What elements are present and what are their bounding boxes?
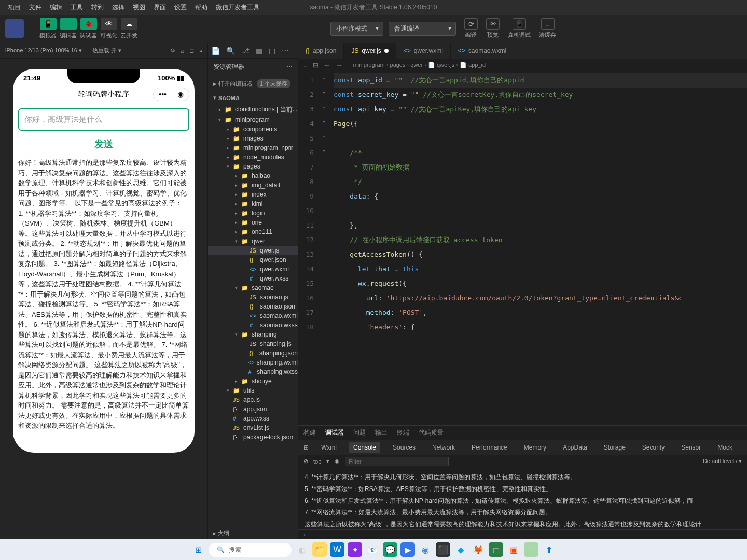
- menu-工具[interactable]: 工具: [66, 3, 87, 12]
- code-editor[interactable]: 123456789101112131415161718 ˅˅˅˅˅˅ const…: [298, 71, 747, 425]
- task-icon[interactable]: ◆: [453, 542, 468, 557]
- btab-构建[interactable]: 构建: [303, 428, 316, 437]
- tree-images[interactable]: ▸📁images: [208, 134, 298, 143]
- task-icon[interactable]: ⬆: [542, 542, 556, 557]
- task-icon[interactable]: 🦊: [471, 542, 486, 557]
- task-icon[interactable]: ◉: [418, 542, 433, 557]
- devtab-Sensor[interactable]: Sensor: [677, 442, 705, 453]
- more-icon[interactable]: ⋯: [282, 47, 289, 55]
- tree-qwer.json[interactable]: {}qwer.json: [208, 255, 298, 264]
- task-icon[interactable]: ▣: [506, 542, 521, 557]
- tree-saomao.wxml[interactable]: <>saomao.wxml: [208, 311, 298, 320]
- refresh-icon[interactable]: ⟳: [171, 47, 175, 54]
- tree-shanping.wxml[interactable]: <>shanping.wxml: [208, 358, 298, 367]
- explorer-more-icon[interactable]: ⋯: [286, 63, 293, 72]
- tree-shouye[interactable]: ▸📁shouye: [208, 376, 298, 386]
- phone-input[interactable]: 你好，高级算法是什么: [18, 108, 189, 131]
- menu-文件[interactable]: 文件: [25, 3, 46, 12]
- tree-pages[interactable]: ▾📁pages: [208, 162, 298, 171]
- taskbar-search[interactable]: 🔍 搜索: [209, 543, 292, 557]
- filter-input[interactable]: [345, 457, 449, 466]
- tool-调试器[interactable]: 🐞调试器: [80, 18, 97, 39]
- tree-components[interactable]: ▸📁components: [208, 124, 298, 134]
- tree-qwer.wxml[interactable]: <>qwer.wxml: [208, 264, 298, 274]
- tree-saomao.wxss[interactable]: #saomao.wxss: [208, 320, 298, 330]
- open-editors-section[interactable]: ▸打开的编辑器 1 个未保存: [208, 76, 298, 91]
- tree-node_modules[interactable]: ▸📁node_modules: [208, 152, 298, 162]
- menu-设置[interactable]: 设置: [170, 3, 191, 12]
- action-清缓存[interactable]: ≡清缓存: [536, 18, 559, 39]
- back-icon[interactable]: ←: [324, 61, 330, 69]
- tree-qwer.wxss[interactable]: #qwer.wxss: [208, 274, 298, 283]
- tree-qwer.js[interactable]: JSqwer.js: [208, 246, 298, 255]
- tree-login[interactable]: ▸📁login: [208, 208, 298, 218]
- task-icon[interactable]: ◻: [489, 542, 503, 557]
- btab-代码质量[interactable]: 代码质量: [419, 428, 444, 437]
- btab-问题[interactable]: 问题: [353, 428, 366, 437]
- start-icon[interactable]: ⊞: [191, 542, 205, 557]
- menu-微信开发者工具[interactable]: 微信开发者工具: [212, 3, 264, 12]
- btab-输出[interactable]: 输出: [375, 428, 388, 437]
- devtab-Storage[interactable]: Storage: [600, 442, 630, 453]
- menu-编辑[interactable]: 编辑: [46, 3, 66, 12]
- tab-saomao.wxml[interactable]: <>saomao.wxml: [451, 43, 514, 59]
- tool-云开发[interactable]: ☁云开发: [120, 18, 137, 39]
- hot-reload[interactable]: 热重载 开 ▾: [92, 47, 121, 54]
- tree-shanping[interactable]: ▾📁shanping: [208, 330, 298, 339]
- btab-终端[interactable]: 终端: [397, 428, 409, 437]
- home-icon[interactable]: ⌂: [181, 48, 184, 54]
- project-section[interactable]: ▾SAOMA: [208, 91, 298, 104]
- clear-icon[interactable]: ⊘: [303, 458, 308, 465]
- tree-one111[interactable]: ▸📁one111: [208, 227, 298, 236]
- action-预览[interactable]: 👁预览: [483, 18, 503, 39]
- back-icon[interactable]: ◻: [189, 47, 194, 54]
- task-icon[interactable]: ◻: [524, 542, 538, 557]
- action-编译[interactable]: ⟳编译: [461, 18, 481, 39]
- files-icon[interactable]: 📄: [211, 47, 220, 55]
- devtab-AppData[interactable]: AppData: [559, 442, 591, 453]
- tab-qwer.js[interactable]: JSqwer.js: [344, 43, 396, 59]
- btab-调试器[interactable]: 调试器: [325, 428, 344, 437]
- tree-cloudfunctions | 当前...[interactable]: ▾📁cloudfunctions | 当前...: [208, 104, 298, 115]
- tree-saomao[interactable]: ▾📁saomao: [208, 283, 298, 292]
- menu-视图[interactable]: 视图: [129, 3, 149, 12]
- menu-选择[interactable]: 选择: [108, 3, 129, 12]
- tree-miniprogram[interactable]: ▾📁miniprogram: [208, 115, 298, 124]
- tree-qwer[interactable]: ▾📁qwer: [208, 236, 298, 246]
- split-icon[interactable]: ◫: [269, 47, 275, 55]
- branch-icon[interactable]: ⎇: [241, 47, 250, 55]
- menu-项目[interactable]: 项目: [4, 3, 25, 12]
- task-icon[interactable]: 💬: [383, 542, 397, 557]
- avatar[interactable]: [5, 19, 24, 38]
- devtab-Mock[interactable]: Mock: [713, 442, 737, 453]
- tree-saomao.json[interactable]: {}saomao.json: [208, 302, 298, 311]
- tree-index[interactable]: ▸📁index: [208, 190, 298, 199]
- devtab-Memory[interactable]: Memory: [520, 442, 550, 453]
- tree-shanping.js[interactable]: JSshanping.js: [208, 339, 298, 348]
- task-icon[interactable]: ✦: [348, 542, 362, 557]
- tree-haibao[interactable]: ▸📁haibao: [208, 171, 298, 180]
- task-icon[interactable]: 📧: [365, 542, 380, 557]
- tree-shanping.wxss[interactable]: #shanping.wxss: [208, 367, 298, 376]
- tree-one[interactable]: ▸📁one: [208, 218, 298, 227]
- more-icon[interactable]: »: [199, 48, 202, 54]
- search-icon[interactable]: 🔍: [226, 47, 235, 55]
- devtab-Console[interactable]: Console: [349, 442, 380, 453]
- tree-img_datail[interactable]: ▸📁img_datail: [208, 180, 298, 190]
- elements-icon[interactable]: ⊞: [303, 444, 309, 451]
- mode-dropdown[interactable]: 小程序模式: [330, 22, 383, 36]
- forward-icon[interactable]: →: [336, 61, 342, 69]
- device-info[interactable]: iPhone 12/13 (Pro) 100% 16 ▾: [5, 47, 82, 54]
- tree-kimi[interactable]: ▸📁kimi: [208, 199, 298, 208]
- tree-app.js[interactable]: JSapp.js: [208, 395, 298, 404]
- tree-app.json[interactable]: {}app.json: [208, 404, 298, 414]
- tab-app.json[interactable]: {}app.json: [298, 43, 344, 59]
- ext-icon[interactable]: ▦: [256, 47, 262, 55]
- collapse-icon[interactable]: ⊟: [313, 61, 319, 69]
- devtab-Network[interactable]: Network: [428, 442, 459, 453]
- tool-模拟器[interactable]: 📱模拟器: [39, 18, 57, 39]
- top-context[interactable]: top: [313, 458, 321, 465]
- tool-编辑器[interactable]: 编辑器: [60, 18, 77, 39]
- menu-界面[interactable]: 界面: [149, 3, 170, 12]
- tool-可视化[interactable]: 👁可视化: [100, 18, 117, 39]
